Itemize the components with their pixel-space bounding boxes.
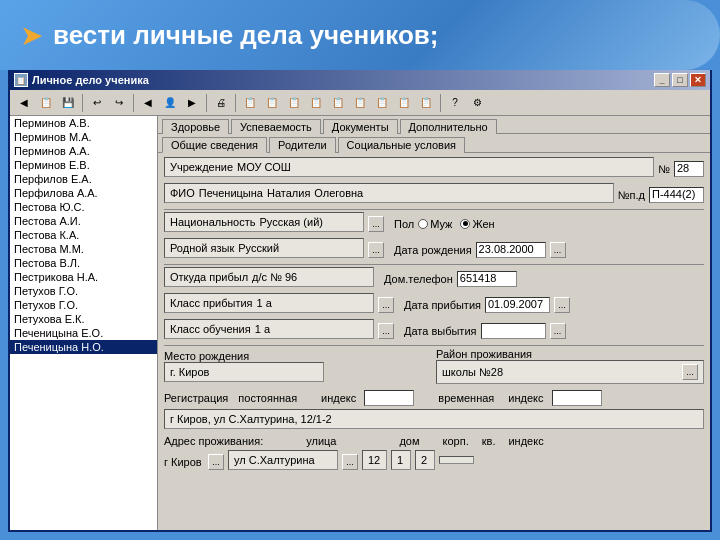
district-browse[interactable]: ... xyxy=(682,364,698,380)
street-browse[interactable]: ... xyxy=(342,454,358,470)
tb-copy[interactable]: 📋 xyxy=(36,93,56,113)
tb-doc7[interactable]: 📋 xyxy=(372,93,392,113)
student-item[interactable]: Пестова А.И. xyxy=(10,214,157,228)
student-item[interactable]: Перфилов Е.А. xyxy=(10,172,157,186)
fio-box: ФИО Печеницына Наталия Олеговна xyxy=(164,183,614,203)
language-browse[interactable]: ... xyxy=(368,242,384,258)
tb-print[interactable]: 🖨 xyxy=(211,93,231,113)
sep5 xyxy=(440,94,441,112)
tb-help[interactable]: ? xyxy=(445,93,465,113)
tb-redo[interactable]: ↪ xyxy=(109,93,129,113)
student-item[interactable]: Пестова М.М. xyxy=(10,242,157,256)
arrival-date-browse[interactable]: ... xyxy=(554,297,570,313)
street-box: ул С.Халтурина xyxy=(228,450,338,470)
tb-nav-left[interactable]: ◀ xyxy=(138,93,158,113)
student-item[interactable]: Пестрикова Н.А. xyxy=(10,270,157,284)
birthdate-field[interactable]: 23.08.2000 xyxy=(476,242,546,258)
tb-doc1[interactable]: 📋 xyxy=(240,93,260,113)
student-item[interactable]: Петухов Г.О. xyxy=(10,298,157,312)
tb-doc3[interactable]: 📋 xyxy=(284,93,304,113)
tb-doc9[interactable]: 📋 xyxy=(416,93,436,113)
close-button[interactable]: ✕ xyxy=(690,73,706,87)
student-item[interactable]: Перминов А.В. xyxy=(10,116,157,130)
sep1 xyxy=(82,94,83,112)
toolbar: ◀ 📋 💾 ↩ ↪ ◀ 👤 ▶ 🖨 📋 📋 📋 📋 📋 📋 📋 📋 📋 ? ⚙ xyxy=(10,90,710,116)
student-item[interactable]: Перминов М.А. xyxy=(10,130,157,144)
district-box: школы №28 ... xyxy=(436,360,704,384)
address-label: Адрес проживания: xyxy=(164,435,263,447)
tab-general[interactable]: Общие сведения xyxy=(162,137,267,153)
radio-male[interactable]: Муж xyxy=(418,218,452,230)
student-item[interactable]: Петухова Е.К. xyxy=(10,312,157,326)
tb-back[interactable]: ◀ xyxy=(14,93,34,113)
fio-first: Наталия xyxy=(267,187,310,199)
phone-field[interactable]: 651418 xyxy=(457,271,517,287)
tab-health[interactable]: Здоровье xyxy=(162,119,229,134)
reg-address-row: г Киров, ул С.Халтурина, 12/1-2 xyxy=(164,409,704,432)
tb-nav-right[interactable]: ▶ xyxy=(182,93,202,113)
departure-date-browse[interactable]: ... xyxy=(550,323,566,339)
tb-doc8[interactable]: 📋 xyxy=(394,93,414,113)
departure-date-field[interactable] xyxy=(481,323,546,339)
address-values-row: г Киров ... ул С.Халтурина ... 12 1 2 xyxy=(164,450,704,473)
tb-undo[interactable]: ↩ xyxy=(87,93,107,113)
language-row: Родной язык Русский ... Дата рождения 23… xyxy=(164,238,704,261)
student-item[interactable]: Пестова Ю.С. xyxy=(10,200,157,214)
reg-index-field2[interactable] xyxy=(552,390,602,406)
nomer-field[interactable]: П-444(2) xyxy=(649,187,704,203)
nationality-browse[interactable]: ... xyxy=(368,216,384,232)
radio-female[interactable]: Жен xyxy=(460,218,494,230)
title-bar-left: 📋 Личное дело ученика xyxy=(14,73,149,87)
radio-female-circle[interactable] xyxy=(460,219,470,229)
tab-documents[interactable]: Документы xyxy=(323,119,398,134)
tb-settings[interactable]: ⚙ xyxy=(467,93,487,113)
city-browse[interactable]: ... xyxy=(208,454,224,470)
tab-social[interactable]: Социальные условия xyxy=(338,137,465,153)
tab-bar-top: Здоровье Успеваемость Документы Дополнит… xyxy=(158,116,710,134)
institution-value: МОУ СОШ xyxy=(237,161,648,173)
tab-additional[interactable]: Дополнительно xyxy=(400,119,497,134)
student-item[interactable]: Перфилова А.А. xyxy=(10,186,157,200)
student-item[interactable]: Печеницына Н.О. xyxy=(10,340,157,354)
departure-date-label: Дата выбытия xyxy=(404,325,477,337)
maximize-button[interactable]: □ xyxy=(672,73,688,87)
language-label: Родной язык xyxy=(170,242,234,254)
student-item[interactable]: Петухов Г.О. xyxy=(10,284,157,298)
nationality-value: Русская (ий) xyxy=(259,216,323,228)
student-item[interactable]: Пестова К.А. xyxy=(10,228,157,242)
student-item[interactable]: Пестова В.Л. xyxy=(10,256,157,270)
nomer-label: №п.д xyxy=(618,189,645,201)
birthdate-browse[interactable]: ... xyxy=(550,242,566,258)
fio-middle: Олеговна xyxy=(314,187,363,199)
city-value: г Киров xyxy=(164,456,204,468)
class-arrival-browse[interactable]: ... xyxy=(378,297,394,313)
reg-index-label: индекс xyxy=(321,392,356,404)
birthplace-wrap: Место рождения г. Киров xyxy=(164,350,432,385)
divider1 xyxy=(164,209,704,210)
arrow-icon: ➤ xyxy=(20,19,43,52)
tab-progress[interactable]: Успеваемость xyxy=(231,119,321,134)
student-item[interactable]: Перминов А.А. xyxy=(10,144,157,158)
street-value: ул С.Халтурина xyxy=(234,454,315,466)
class-study-value: 1 а xyxy=(255,323,270,335)
arrival-date-field[interactable]: 01.09.2007 xyxy=(485,297,550,313)
class-study-browse[interactable]: ... xyxy=(378,323,394,339)
number-field[interactable]: 28 xyxy=(674,161,704,177)
radio-male-circle[interactable] xyxy=(418,219,428,229)
tb-doc4[interactable]: 📋 xyxy=(306,93,326,113)
number-label: № xyxy=(658,163,670,175)
minimize-button[interactable]: _ xyxy=(654,73,670,87)
class-study-box: Класс обучения 1 а xyxy=(164,319,374,339)
tb-save[interactable]: 💾 xyxy=(58,93,78,113)
title-controls[interactable]: _ □ ✕ xyxy=(654,73,706,87)
tb-person[interactable]: 👤 xyxy=(160,93,180,113)
tb-doc5[interactable]: 📋 xyxy=(328,93,348,113)
index-box xyxy=(439,456,474,464)
tab-parents[interactable]: Родители xyxy=(269,137,336,153)
corp-label: корп. xyxy=(443,435,469,447)
tb-doc6[interactable]: 📋 xyxy=(350,93,370,113)
reg-index-field[interactable] xyxy=(364,390,414,406)
tb-doc2[interactable]: 📋 xyxy=(262,93,282,113)
student-item[interactable]: Печеницына Е.О. xyxy=(10,326,157,340)
student-item[interactable]: Перминов Е.В. xyxy=(10,158,157,172)
